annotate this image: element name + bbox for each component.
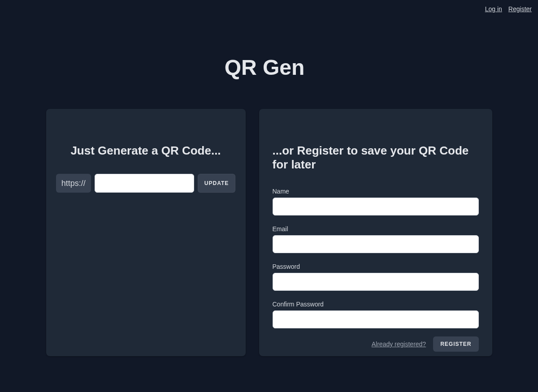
update-button[interactable]: UPDATE [198,174,235,193]
register-card: ...or Register to save your QR Code for … [259,109,492,356]
generate-card: Just Generate a QR Code... https:// UPDA… [46,109,246,356]
password-group: Password [273,263,479,291]
confirm-password-field[interactable] [273,310,479,328]
already-registered-link[interactable]: Already registered? [372,340,426,348]
form-footer: Already registered? REGISTER [273,336,479,352]
password-label: Password [273,263,479,270]
name-label: Name [273,188,479,195]
confirm-password-label: Confirm Password [273,301,479,308]
register-heading: ...or Register to save your QR Code for … [273,144,479,172]
page-title: QR Gen [0,55,538,80]
name-field[interactable] [273,198,479,215]
login-link[interactable]: Log in [485,5,502,13]
generate-heading: Just Generate a QR Code... [60,144,232,158]
register-button[interactable]: REGISTER [433,336,478,352]
email-label: Email [273,225,479,233]
email-group: Email [273,225,479,253]
name-group: Name [273,188,479,215]
password-field[interactable] [273,273,479,291]
cards-container: Just Generate a QR Code... https:// UPDA… [0,109,538,356]
confirm-password-group: Confirm Password [273,301,479,328]
email-field[interactable] [273,235,479,253]
url-row: https:// UPDATE [60,174,232,193]
url-prefix: https:// [56,174,91,193]
url-input[interactable] [95,174,194,193]
top-nav: Log in Register [0,0,538,13]
register-link[interactable]: Register [508,5,532,13]
